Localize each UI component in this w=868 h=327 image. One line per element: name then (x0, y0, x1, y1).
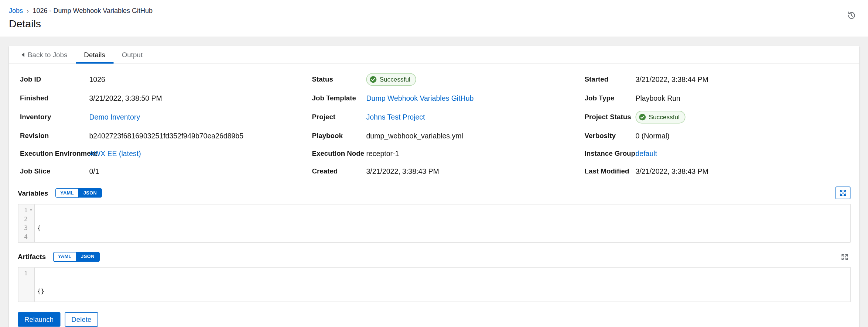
field-value: 0 (Normal) (636, 131, 670, 141)
field-job-slice: Job Slice 0/1 (20, 166, 312, 177)
field-value: Playbook Run (636, 93, 680, 104)
field-value: 3/21/2022, 3:38:50 PM (89, 93, 162, 104)
line-number-gutter: 1 (18, 268, 35, 302)
line-number: 1 (18, 269, 28, 278)
field-job-template: Job Template Dump Webhook Variables GitH… (312, 93, 585, 104)
tab-bar: Back to Jobs Details Output (9, 46, 860, 65)
field-label: Job Template (312, 93, 366, 104)
field-execution-environment: Execution Environment AWX EE (latest) (20, 148, 312, 159)
tab-label: Output (122, 51, 143, 59)
field-job-type: Job Type Playbook Run (585, 93, 848, 104)
status-badge-label: Successful (649, 112, 680, 123)
yaml-toggle-button[interactable]: YAML (53, 252, 77, 262)
field-started: Started 3/21/2022, 3:38:44 PM (585, 73, 848, 86)
field-playbook: Playbook dump_webhook_variables.yml (312, 131, 585, 141)
execution-environment-link[interactable]: AWX EE (latest) (89, 148, 141, 159)
tab-details[interactable]: Details (76, 46, 113, 64)
artifacts-editor[interactable]: 1 {} (18, 267, 851, 302)
field-label: Project Status (585, 112, 636, 123)
line-number: 2 (18, 215, 28, 224)
field-created: Created 3/21/2022, 3:38:43 PM (312, 166, 585, 177)
field-inventory: Inventory Demo Inventory (20, 111, 312, 124)
field-label: Job Slice (20, 166, 89, 177)
tab-output[interactable]: Output (113, 46, 151, 64)
field-label: Started (585, 74, 636, 85)
artifacts-header: Artifacts YAML JSON (18, 251, 851, 262)
code-line: {} (37, 287, 846, 296)
caret-left-icon (22, 53, 25, 57)
field-verbosity: Verbosity 0 (Normal) (585, 131, 848, 141)
code-content: { "awx_webhook_event_type": null, "awx_w… (35, 204, 850, 242)
variables-label: Variables (18, 189, 48, 197)
line-number: 3 (18, 224, 28, 233)
field-label: Created (312, 166, 366, 177)
page: Jobs › 1026 - Dump Webhook Variables Git… (0, 0, 868, 327)
breadcrumb-separator: › (27, 7, 29, 14)
field-label: Instance Group (585, 148, 636, 159)
breadcrumb-jobs-link[interactable]: Jobs (9, 7, 23, 14)
field-value: 3/21/2022, 3:38:43 PM (366, 166, 439, 177)
field-value: 3/21/2022, 3:38:44 PM (636, 74, 708, 85)
field-value: receptor-1 (366, 148, 399, 159)
variables-section: Variables YAML JSON (9, 187, 860, 243)
line-number-gutter: 1▾ 2 3 4 5 (18, 204, 35, 242)
history-icon (847, 11, 856, 20)
delete-button[interactable]: Delete (65, 312, 98, 327)
field-label: Last Modified (585, 166, 636, 177)
line-number: 1 (18, 206, 28, 215)
action-bar: Relaunch Delete (9, 302, 860, 327)
field-last-modified: Last Modified 3/21/2022, 3:38:43 PM (585, 166, 848, 177)
variables-editor[interactable]: 1▾ 2 3 4 5 { "awx_webhook_event_type": n… (18, 204, 851, 242)
fold-caret-icon[interactable]: ▾ (28, 206, 34, 215)
field-label: Inventory (20, 112, 89, 123)
field-label: Job Type (585, 93, 636, 104)
tab-back-to-jobs[interactable]: Back to Jobs (13, 46, 76, 64)
job-template-link[interactable]: Dump Webhook Variables GitHub (366, 93, 474, 104)
json-toggle-button[interactable]: JSON (76, 252, 100, 262)
variables-expand-button[interactable] (835, 187, 851, 200)
artifacts-section: Artifacts YAML JSON (9, 251, 860, 302)
field-value: 1026 (89, 74, 105, 85)
content-area: Back to Jobs Details Output Job ID 1026 … (0, 37, 868, 327)
field-label: Job ID (20, 74, 89, 85)
line-number: 4 (18, 233, 28, 241)
field-job-id: Job ID 1026 (20, 73, 312, 86)
field-label: Project (312, 112, 366, 123)
field-execution-node: Execution Node receptor-1 (312, 148, 585, 159)
field-revision: Revision b2402723f6816903251fd352f949b70… (20, 131, 312, 141)
detail-fields: Job ID 1026 Status Successful Started (9, 64, 860, 180)
field-finished: Finished 3/21/2022, 3:38:50 PM (20, 93, 312, 104)
job-details-card: Back to Jobs Details Output Job ID 1026 … (9, 46, 860, 327)
instance-group-link[interactable]: default (636, 148, 657, 159)
project-link[interactable]: Johns Test Project (366, 112, 425, 123)
artifacts-expand-button[interactable] (838, 251, 851, 262)
yaml-toggle-button[interactable]: YAML (55, 188, 79, 198)
status-badge-label: Successful (380, 74, 410, 85)
field-value: 3/21/2022, 3:38:43 PM (636, 166, 708, 177)
relaunch-button[interactable]: Relaunch (18, 312, 60, 327)
field-value: b2402723f6816903251fd352f949b70ea26d89b5 (89, 131, 244, 141)
check-circle-icon (639, 114, 646, 121)
field-project: Project Johns Test Project (312, 111, 585, 124)
tab-label: Back to Jobs (28, 51, 67, 59)
breadcrumb-current: 1026 - Dump Webhook Variables GitHub (33, 7, 153, 14)
tab-label: Details (84, 51, 105, 59)
field-value: 0/1 (89, 166, 99, 177)
field-label: Revision (20, 131, 89, 141)
artifacts-label: Artifacts (18, 253, 46, 261)
inventory-link[interactable]: Demo Inventory (89, 112, 140, 123)
field-label: Status (312, 74, 366, 85)
breadcrumb: Jobs › 1026 - Dump Webhook Variables Git… (9, 7, 860, 14)
variables-format-toggle: YAML JSON (55, 188, 102, 198)
page-header: Jobs › 1026 - Dump Webhook Variables Git… (0, 0, 868, 37)
line-number: 5 (18, 241, 28, 242)
code-content: {} (35, 268, 850, 302)
field-label: Execution Node (312, 148, 366, 159)
history-button[interactable] (847, 11, 856, 20)
json-toggle-button[interactable]: JSON (78, 188, 102, 198)
field-value: dump_webhook_variables.yml (366, 131, 463, 141)
field-label: Playbook (312, 131, 366, 141)
check-circle-icon (370, 76, 377, 83)
expand-arrows-icon (840, 189, 847, 197)
field-status: Status Successful (312, 73, 585, 86)
